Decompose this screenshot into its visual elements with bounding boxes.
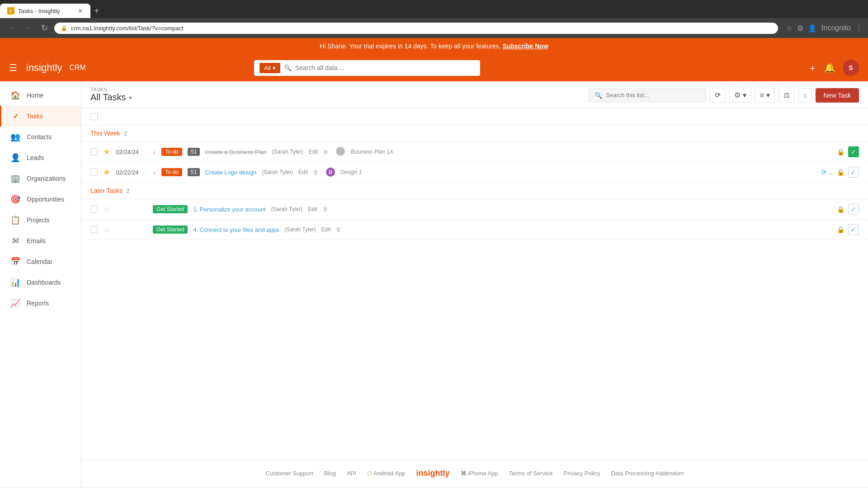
task-checkbox-1[interactable]: [90, 148, 98, 155]
star-icon-3[interactable]: ☆: [103, 204, 110, 214]
footer-data-processing[interactable]: Data Processing Addendum: [611, 470, 684, 477]
star-icon-2[interactable]: ★: [103, 167, 110, 177]
task-person-4: (Sarah Tyler): [284, 226, 316, 233]
projects-icon: 📋: [10, 215, 20, 225]
footer-api[interactable]: API: [347, 470, 356, 477]
footer-customer-support[interactable]: Customer Support: [265, 470, 313, 477]
footer-privacy[interactable]: Privacy Policy: [564, 470, 600, 477]
task-checkbox-2[interactable]: [90, 169, 98, 176]
star-icon-1[interactable]: ★: [103, 147, 110, 157]
sidebar-label-dashboards: Dashboards: [27, 279, 61, 286]
hamburger-menu-button[interactable]: ☰: [9, 62, 17, 73]
this-week-header: This Week 2: [81, 125, 868, 142]
project-avatar-2: D: [326, 168, 335, 177]
sidebar-item-home[interactable]: 🏠 Home: [0, 85, 81, 106]
project-avatar-img-1: [336, 147, 345, 156]
tasks-title-text: All Tasks: [90, 92, 126, 103]
task-edit-1[interactable]: Edit: [309, 149, 318, 155]
global-search-bar[interactable]: All ▾ 🔍: [254, 60, 480, 76]
tasks-dropdown-icon[interactable]: ▾: [129, 94, 132, 101]
task-edit-4[interactable]: Edit: [321, 226, 331, 233]
task-edit-2[interactable]: Edit: [298, 169, 308, 175]
priority-icon-2: ↓: [153, 169, 156, 176]
search-all-dropdown[interactable]: All ▾: [259, 63, 280, 73]
tasks-search-input[interactable]: [606, 92, 700, 99]
create-button[interactable]: ＋: [808, 62, 817, 74]
profile-button[interactable]: 👤: [808, 24, 817, 33]
filter-button[interactable]: ⚖: [778, 88, 795, 103]
task-row-right-4: 🔒 ✓: [837, 224, 859, 235]
settings-button[interactable]: ⚙ ▾: [729, 88, 751, 103]
sidebar-item-organizations[interactable]: 🏢 Organizations: [0, 168, 81, 189]
s1-badge-2: S1: [188, 168, 200, 176]
complete-button-3[interactable]: ✓: [848, 204, 859, 215]
complete-button-2[interactable]: ✓: [848, 167, 859, 178]
browser-tab[interactable]: I Tasks - Insightly ✕: [0, 4, 90, 18]
sidebar-item-calendar[interactable]: 📅 Calendar: [0, 251, 81, 272]
back-button[interactable]: ←: [5, 23, 18, 33]
refresh-button[interactable]: ⟳: [710, 88, 726, 103]
project-avatar-img-2: D: [326, 168, 335, 177]
tasks-title-area: TASKS All Tasks ▾: [90, 87, 132, 108]
app-logo: insightly CRM: [26, 62, 86, 74]
tag-badge-4: Get Started: [153, 225, 188, 234]
footer-iphone-app[interactable]: ⌘ iPhone App: [461, 470, 498, 477]
task-row: ★ 02/24/24 ↓ To-do S1 Create a Business …: [81, 142, 868, 162]
sidebar-item-leads[interactable]: 👤 Leads: [0, 147, 81, 168]
task-list: This Week 2 ★ 02/24/24 ↓ To-do S1 Create…: [81, 108, 868, 240]
calendar-icon: 📅: [10, 257, 20, 267]
sidebar-label-organizations: Organizations: [27, 175, 66, 182]
menu-button[interactable]: ⋮: [855, 24, 863, 33]
select-all-checkbox[interactable]: [90, 113, 98, 120]
footer-terms[interactable]: Terms of Service: [509, 470, 553, 477]
task-edit-3[interactable]: Edit: [308, 206, 317, 212]
new-task-button[interactable]: New Task: [816, 88, 859, 103]
project-link-2[interactable]: Design 1: [340, 169, 362, 175]
logo-text: insightly: [26, 62, 62, 74]
sidebar-item-opportunities[interactable]: 🎯 Opportunities: [0, 189, 81, 210]
bookmark-button[interactable]: ☆: [786, 24, 793, 33]
project-link-1[interactable]: Business Plan 1A: [350, 149, 393, 155]
task-name-1[interactable]: Create a Business Plan: [205, 149, 267, 155]
sidebar-item-dashboards[interactable]: 📊 Dashboards: [0, 272, 81, 293]
new-tab-button[interactable]: +: [94, 6, 99, 16]
contacts-icon: 👥: [10, 132, 20, 142]
forward-button[interactable]: →: [22, 23, 34, 33]
lock-icon-1: 🔒: [837, 148, 844, 155]
task-checkbox-4[interactable]: [90, 226, 98, 233]
reload-button[interactable]: ↻: [38, 23, 51, 33]
notifications-button[interactable]: 🔔: [824, 62, 835, 73]
sidebar-item-tasks[interactable]: ✓ Tasks: [0, 106, 81, 127]
complete-button-4[interactable]: ✓: [848, 224, 859, 235]
sidebar-item-emails[interactable]: ✉ Emails: [0, 230, 81, 251]
browser-nav: ← → ↻ 🔒 crm.na1.insightly.com/list/Task/…: [0, 18, 868, 38]
footer-android-app[interactable]: ⬡ Android App: [367, 470, 406, 477]
sidebar-item-projects[interactable]: 📋 Projects: [0, 210, 81, 230]
task-checkbox-3[interactable]: [90, 206, 98, 213]
lock-icon-4: 🔒: [837, 226, 844, 233]
complete-button-1[interactable]: ✓: [848, 146, 859, 157]
tasks-search-bar[interactable]: 🔍: [589, 89, 706, 102]
star-icon-4[interactable]: ☆: [103, 225, 110, 235]
apple-icon: ⌘: [461, 470, 467, 477]
lock-icon-2: 🔒: [837, 169, 844, 176]
sidebar-item-reports[interactable]: 📈 Reports: [0, 293, 81, 314]
opportunities-icon: 🎯: [10, 194, 20, 204]
task-name-4[interactable]: 4. Connect to your files and apps: [193, 226, 279, 233]
address-bar[interactable]: 🔒 crm.na1.insightly.com/list/Task/?v=com…: [54, 23, 778, 34]
global-search-input[interactable]: [295, 64, 475, 71]
trial-message: Hi Shane. Your trial expires in 14 days.…: [320, 42, 501, 50]
extensions-button[interactable]: ⚙: [797, 24, 803, 33]
task-name-3[interactable]: 1. Personalize your account: [193, 206, 265, 213]
sidebar-item-contacts[interactable]: 👥 Contacts: [0, 127, 81, 147]
user-avatar[interactable]: S: [843, 60, 859, 76]
later-tasks-count: 2: [126, 188, 129, 194]
footer-blog[interactable]: Blog: [324, 470, 336, 477]
later-tasks-title: Later Tasks: [90, 187, 123, 194]
task-person-1: (Sarah Tyler): [272, 149, 303, 155]
task-name-2[interactable]: Create Logo design: [205, 169, 256, 176]
tab-close-button[interactable]: ✕: [78, 7, 83, 14]
subscribe-link[interactable]: Subscribe Now: [503, 42, 548, 50]
view-toggle-button[interactable]: ≡ ▾: [755, 88, 775, 103]
sort-button[interactable]: ↕: [798, 88, 812, 103]
